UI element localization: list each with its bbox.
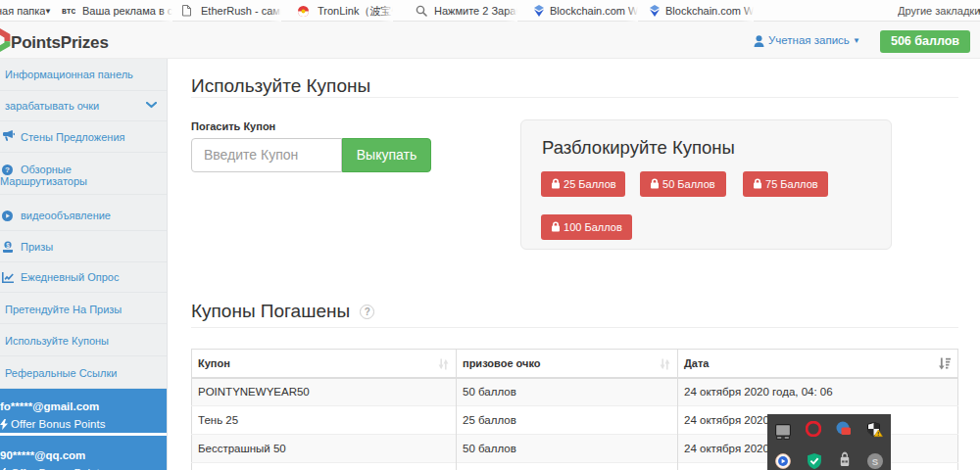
svg-text:S: S <box>872 456 879 467</box>
svg-text:?: ? <box>5 165 10 174</box>
svg-text:$: $ <box>6 242 10 250</box>
